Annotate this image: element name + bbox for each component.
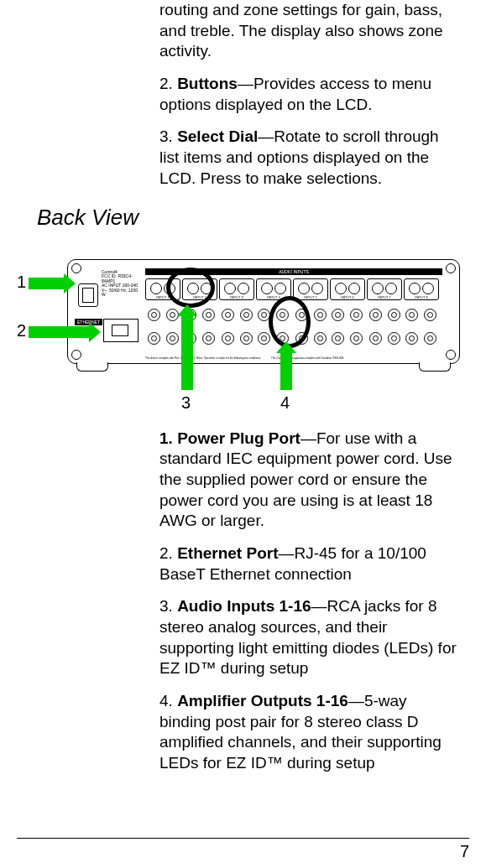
item-title: Ethernet Port (177, 544, 278, 562)
panel-brand-label: Control4 FCC ID: R33C4-8AMP1 AC INPUT 10… (102, 270, 138, 298)
page-number: 7 (460, 842, 469, 860)
item-number: 2. (159, 75, 177, 92)
highlight-circle (166, 268, 215, 308)
list-item: 3. Audio Inputs 1-16—RCA jacks for 8 ste… (159, 596, 461, 679)
section-title-back-view: Back View (37, 205, 469, 231)
rca-pair: INPUT 8 (404, 278, 439, 300)
item-number: 4. (159, 692, 177, 709)
item-number: 1. (159, 429, 177, 447)
rca-pair: INPUT 7 (367, 278, 402, 300)
item-number: 3. (159, 597, 177, 615)
highlight-circle (269, 296, 311, 348)
item-text: routing and zone settings for gain, bass… (159, 1, 443, 60)
page: routing and zone settings for gain, bass… (0, 0, 486, 868)
list-item: routing and zone settings for gain, bass… (159, 0, 461, 62)
iec-power-port-icon (78, 283, 98, 307)
back-view-figure: Control4 FCC ID: R33C4-8AMP1 AC INPUT 10… (17, 247, 470, 415)
content: routing and zone settings for gain, bass… (0, 0, 486, 774)
callout-arrow-icon (181, 316, 193, 390)
list-item: 3. Select Dial—Rotate to scroll through … (159, 127, 461, 189)
item-title: Audio Inputs 1-16 (177, 597, 311, 615)
rca-pair: INPUT 6 (330, 278, 365, 300)
item-number: 3. (159, 127, 177, 145)
callout-arrow-icon (280, 353, 292, 390)
list-item: 2. Ethernet Port—RJ-45 for a 10/100 Base… (159, 543, 461, 585)
front-panel-list: routing and zone settings for gain, bass… (159, 0, 461, 190)
item-title: Power Plug Port (177, 429, 300, 447)
callout-arrow-icon (29, 326, 89, 338)
rca-pair: INPUT 5 (293, 278, 328, 300)
callout-arrow-icon (29, 278, 64, 289)
item-title: Select Dial (177, 127, 258, 145)
list-item: 2. Buttons—Provides access to menu optio… (159, 74, 461, 115)
callout-number: 2 (17, 321, 26, 340)
list-item: 1. Power Plug Port—For use with a standa… (159, 429, 461, 532)
item-title: Amplifier Outputs 1-16 (177, 692, 348, 709)
back-panel-list: 1. Power Plug Port—For use with a standa… (159, 429, 461, 774)
page-footer: 7 (17, 838, 469, 861)
rca-pair: INPUT 3 (219, 278, 254, 300)
callout-number: 1 (17, 273, 26, 292)
item-number: 2. (159, 544, 177, 562)
item-title: Buttons (177, 75, 238, 92)
ethernet-port-icon (103, 319, 138, 342)
callout-number: 4 (280, 393, 290, 413)
callout-number: 3 (181, 393, 191, 413)
list-item: 4. Amplifier Outputs 1-16—5-way binding … (159, 691, 461, 774)
amp-back-panel: Control4 FCC ID: R33C4-8AMP1 AC INPUT 10… (67, 259, 460, 364)
